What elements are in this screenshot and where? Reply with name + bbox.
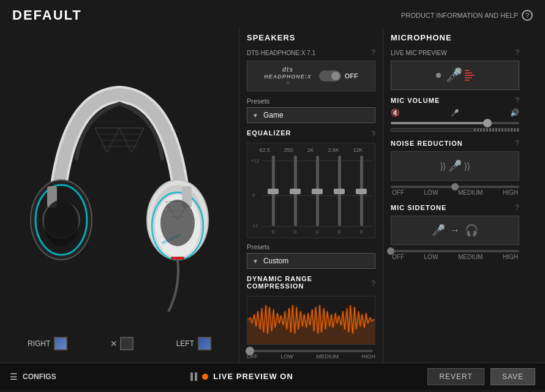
mic-vol-help[interactable]: ?	[515, 96, 519, 105]
save-button[interactable]: SAVE	[491, 368, 535, 385]
nr-slider-track[interactable]	[391, 186, 519, 188]
sidetone-medium: MEDIUM	[458, 254, 483, 260]
wave-2	[465, 72, 472, 74]
eq-grid-bot	[262, 226, 372, 227]
mic-vol-header: MIC VOLUME ?	[391, 96, 519, 105]
toggle-knob	[331, 72, 340, 80]
equalizer-section: EQUALIZER ? 62.5 250 1K 3.6K 12K +12	[247, 129, 375, 269]
left-color-button[interactable]: LEFT	[176, 337, 211, 350]
eq-handle-5[interactable]	[356, 189, 367, 194]
microphone-panel: MICROPHONE LIVE MIC PREVIEW ? 🎤	[383, 28, 527, 363]
eq-preset-select[interactable]: ▼ Custom	[247, 253, 375, 269]
eq-handle-3[interactable]	[312, 189, 323, 194]
sidetone-arrow-icon: →	[450, 225, 460, 236]
eq-handle-2[interactable]	[290, 189, 301, 194]
right-color-button[interactable]: RIGHT	[28, 337, 67, 350]
freq-1k: 1K	[307, 147, 314, 153]
svg-point-25	[44, 200, 78, 246]
live-preview-header: LIVE MIC PREVIEW ?	[391, 48, 519, 57]
toggle-label: OFF	[345, 72, 358, 80]
sidetone-off: OFF	[392, 254, 404, 260]
dts-toggle[interactable]: OFF	[319, 70, 358, 81]
preset-arrow-icon: ▼	[252, 112, 258, 119]
x-swatch[interactable]	[120, 337, 133, 350]
configs-label: CONFIGS	[23, 372, 56, 381]
eq-track-4[interactable]	[338, 156, 341, 226]
help-link[interactable]: PRODUCT INFORMATION AND HELP ?	[401, 10, 533, 21]
nr-icon-group: )) 🎤 ))	[440, 159, 470, 173]
dts-header: DTS HEADPHONE:X 7.1 ?	[247, 48, 375, 57]
eq-val-1: 0	[272, 229, 274, 235]
eq-sliders-container: 0 0	[262, 156, 372, 226]
db-plus12: +12	[251, 158, 260, 164]
drc-high: HIGH	[361, 353, 375, 360]
dts-help[interactable]: ?	[371, 48, 375, 57]
drc-waveform	[247, 296, 375, 345]
toggle-track[interactable]	[319, 70, 341, 81]
nr-help[interactable]: ?	[515, 139, 519, 148]
speakers-header: SPEAKERS	[247, 33, 375, 45]
mic-title: MICROPHONE	[391, 33, 452, 42]
db-minus12: -12	[251, 223, 258, 228]
sidetone-help[interactable]: ?	[515, 203, 519, 212]
nr-icon-box: )) 🎤 ))	[391, 151, 519, 181]
nr-mic-icon: 🎤	[448, 159, 462, 173]
eq-help[interactable]: ?	[371, 130, 375, 138]
dts-logo-line1: dts	[264, 66, 312, 74]
speakers-panel: SPEAKERS DTS HEADPHONE:X 7.1 ? dts HEADP…	[239, 28, 383, 363]
eq-preset-arrow: ▼	[252, 258, 258, 265]
eq-canvas: 62.5 250 1K 3.6K 12K +12 0 -12	[247, 143, 375, 238]
nr-slider-handle[interactable]	[451, 183, 459, 190]
freq-625: 62.5	[259, 147, 270, 153]
mic-sidetone-section: MIC SIDETONE ? 🎤 → 🎧 OFF LOW MEDIUM HIGH	[391, 203, 519, 260]
sidetone-slider-handle[interactable]	[387, 247, 394, 255]
sidetone-mic-icon: 🎤	[432, 224, 445, 237]
mic-vol-handle[interactable]	[483, 119, 492, 127]
help-icon: ?	[522, 10, 533, 21]
dts-label: DTS HEADPHONE:X 7.1	[247, 50, 315, 56]
mic-vol-title: MIC VOLUME	[391, 97, 440, 104]
mic-vol-icons: 🔇 🎤 🔊	[391, 108, 519, 117]
eq-handle-1[interactable]	[268, 189, 279, 194]
sidetone-icon-box: 🎤 → 🎧	[391, 216, 519, 245]
eq-handle-4[interactable]	[334, 189, 345, 194]
live-preview-help[interactable]: ?	[515, 48, 519, 57]
right-swatch[interactable]	[54, 337, 67, 350]
live-preview-button[interactable]: 🎤	[391, 61, 519, 90]
configs-button[interactable]: ☰ CONFIGS	[10, 372, 56, 382]
color-buttons: RIGHT ✕ LEFT	[21, 337, 217, 350]
eq-slider-4[interactable]: 0	[338, 156, 341, 226]
eq-slider-3[interactable]: 0	[316, 156, 319, 226]
eq-slider-5[interactable]: 0	[360, 156, 363, 226]
left-label: LEFT	[176, 339, 194, 348]
drc-help[interactable]: ?	[371, 279, 375, 288]
svg-rect-27	[171, 257, 184, 260]
vol-mute-icon: 🔇	[391, 108, 400, 117]
nr-header: NOISE REDUCTION ?	[391, 139, 519, 148]
headphone-area: steelseries RIGHT ✕	[0, 28, 239, 363]
drc-slider-track[interactable]	[249, 350, 373, 352]
drc-medium: MEDIUM	[316, 353, 339, 360]
left-swatch[interactable]	[198, 337, 211, 350]
drc-slider-container[interactable]	[247, 350, 375, 352]
sidetone-slider-track[interactable]	[391, 250, 519, 252]
dts-logo-line2: HEADPHONE:X	[264, 74, 312, 80]
drc-header: DYNAMIC RANGE COMPRESSION ?	[247, 275, 375, 292]
preset-select[interactable]: ▼ Game	[247, 107, 375, 123]
eq-slider-1[interactable]: 0	[272, 156, 275, 226]
mic-vol-track[interactable]	[391, 122, 519, 124]
vol-indicator-fill	[474, 129, 519, 131]
sidetone-high: HIGH	[503, 254, 518, 260]
eq-slider-2[interactable]: 0	[294, 156, 297, 226]
eq-track-5[interactable]	[360, 156, 363, 226]
sidetone-title: MIC SIDETONE	[391, 204, 446, 211]
drc-labels: OFF LOW MEDIUM HIGH	[247, 353, 375, 360]
eq-track-1[interactable]	[272, 156, 275, 226]
eq-track-2[interactable]	[294, 156, 297, 226]
footer-actions: REVERT SAVE	[427, 368, 535, 385]
eq-val-2: 0	[294, 229, 296, 235]
revert-button[interactable]: REVERT	[427, 368, 484, 385]
reset-button[interactable]: ✕	[110, 337, 133, 350]
eq-track-3[interactable]	[316, 156, 319, 226]
right-label: RIGHT	[28, 339, 50, 348]
